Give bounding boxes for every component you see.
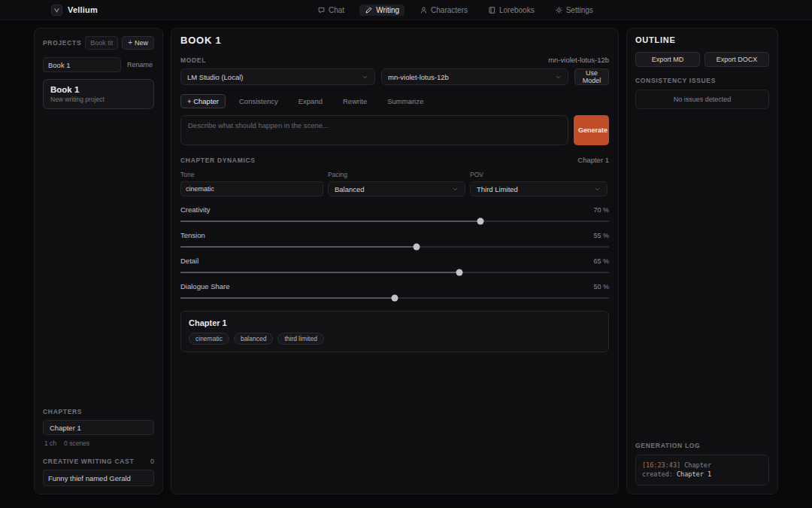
consistency-status: No issues detected: [635, 90, 769, 109]
book-icon: [488, 6, 496, 14]
nav-chat[interactable]: Chat: [312, 5, 350, 16]
top-bar: Vellium Chat Writing Characters Lorebook…: [0, 0, 812, 20]
dialogue-share-slider[interactable]: [180, 297, 609, 299]
pacing-select-value: Balanced: [335, 185, 365, 193]
slider-thumb[interactable]: [392, 295, 398, 302]
nav-chat-label: Chat: [329, 6, 344, 14]
active-model-label: mn-violet-lotus-12b: [548, 56, 609, 64]
page-title: Book 1: [180, 35, 609, 46]
chapter-list-item[interactable]: Chapter 1: [43, 420, 154, 435]
dialogue-share-value: 50 %: [593, 283, 609, 291]
chevron-down-icon: [362, 74, 368, 81]
nav-lorebooks[interactable]: Lorebooks: [483, 5, 540, 16]
projects-heading: Projects: [43, 39, 81, 47]
pacing-field: Pacing Balanced: [328, 171, 465, 196]
model-header-row: Model mn-violet-lotus-12b: [180, 56, 609, 64]
chapter-card-title: Chapter 1: [189, 318, 601, 327]
chapter-count: 1 ch: [44, 440, 56, 447]
brand: Vellium: [51, 5, 98, 16]
rename-button[interactable]: Rename: [126, 61, 154, 68]
log-timestamp: [16:23:43]: [642, 461, 680, 469]
chapter-card[interactable]: Chapter 1 cinematic balanced third limit…: [180, 311, 609, 352]
generation-log-heading: Generation Log: [635, 442, 700, 449]
prompt-row: Generate: [180, 115, 609, 145]
chat-icon: [317, 6, 326, 14]
slider-thumb[interactable]: [456, 269, 462, 276]
pacing-select[interactable]: Balanced: [328, 181, 465, 196]
sidebar-bottom: Chapters Chapter 1 1 ch 0 scenes Creativ…: [43, 407, 154, 486]
export-row: Export MD Export DOCX: [635, 52, 769, 67]
creativity-slider-block: Creativity 70 %: [180, 205, 609, 222]
tone-field: Tone: [180, 171, 323, 196]
nav-characters[interactable]: Characters: [414, 5, 473, 16]
right-sidebar: Outline Export MD Export DOCX Consistenc…: [626, 28, 778, 494]
dialogue-share-slider-block: Dialogue Share 50 %: [180, 282, 609, 299]
tab-consistency[interactable]: Consistency: [232, 94, 285, 108]
tone-label: Tone: [180, 171, 323, 178]
dynamics-fields-row: Tone Pacing Balanced POV Third Limited: [180, 171, 609, 196]
project-card[interactable]: Book 1 New writing project: [43, 79, 154, 109]
nav-settings-label: Settings: [566, 6, 593, 14]
left-sidebar: Projects New Rename Book 1 New writing p…: [34, 28, 163, 494]
export-md-button[interactable]: Export MD: [635, 52, 700, 67]
action-tab-row: + Chapter Consistency Expand Rewrite Sum…: [180, 94, 609, 108]
chapter-meta: 1 ch 0 scenes: [43, 440, 154, 447]
dynamics-chapter-ref: Chapter 1: [577, 156, 609, 164]
project-name-input[interactable]: [43, 57, 121, 72]
generation-log-box: [16:23:43]Chapter created:Chapter 1: [635, 455, 769, 486]
consistency-heading: Consistency Issues: [635, 77, 769, 84]
tab-expand[interactable]: Expand: [292, 94, 329, 108]
outline-heading: Outline: [635, 35, 769, 44]
slider-thumb[interactable]: [477, 218, 484, 225]
brand-name: Vellium: [68, 5, 98, 14]
pacing-label: Pacing: [328, 171, 465, 178]
tab-chapter[interactable]: + Chapter: [180, 94, 226, 108]
nav-characters-label: Characters: [431, 6, 468, 14]
scene-prompt-input[interactable]: [180, 115, 568, 145]
nav-settings[interactable]: Settings: [550, 5, 598, 16]
export-docx-button[interactable]: Export DOCX: [704, 52, 769, 67]
nav-lorebooks-label: Lorebooks: [499, 6, 535, 14]
tone-input[interactable]: [180, 181, 323, 196]
chevron-down-icon: [452, 186, 459, 193]
provider-select-value: LM Studio (Local): [187, 73, 243, 81]
detail-slider[interactable]: [180, 272, 609, 273]
tension-slider[interactable]: [180, 246, 609, 248]
detail-slider-block: Detail 65 %: [180, 257, 609, 273]
log-target: Chapter 1: [677, 470, 711, 478]
chevron-down-icon: [594, 186, 601, 193]
project-card-title: Book 1: [50, 85, 147, 94]
detail-label: Detail: [180, 257, 198, 265]
model-select-row: LM Studio (Local) mn-violet-lotus-12b Us…: [180, 68, 609, 85]
tension-slider-block: Tension 55 %: [180, 231, 609, 248]
tab-rewrite[interactable]: Rewrite: [336, 94, 374, 108]
tag-pov: third limited: [277, 333, 323, 345]
dialogue-share-label: Dialogue Share: [180, 282, 230, 291]
tag-tone: cinematic: [189, 333, 229, 345]
nav-writing[interactable]: Writing: [359, 5, 404, 16]
main-nav: Chat Writing Characters Lorebooks Settin…: [312, 0, 598, 20]
vellium-logo: [51, 5, 62, 16]
model-select[interactable]: mn-violet-lotus-12b: [381, 68, 568, 85]
cast-input[interactable]: [43, 470, 154, 486]
use-model-button[interactable]: Use Model: [574, 68, 609, 85]
model-heading: Model: [180, 56, 206, 64]
scene-count: 0 scenes: [64, 440, 89, 447]
project-card-subtitle: New writing project: [50, 96, 147, 103]
book-title-input[interactable]: [85, 36, 118, 50]
generate-button[interactable]: Generate: [574, 115, 609, 145]
tab-summarize[interactable]: Summarize: [380, 94, 430, 108]
pencil-icon: [365, 6, 373, 14]
chapters-heading: Chapters: [43, 408, 82, 415]
pov-field: POV Third Limited: [470, 171, 607, 196]
workspace: Projects New Rename Book 1 New writing p…: [0, 20, 812, 508]
creativity-label: Creativity: [180, 205, 211, 214]
slider-thumb[interactable]: [413, 244, 420, 251]
nav-writing-label: Writing: [376, 6, 399, 14]
dynamics-header-row: Chapter Dynamics Chapter 1: [180, 156, 609, 164]
new-project-button[interactable]: New: [122, 36, 154, 50]
creativity-slider[interactable]: [180, 221, 609, 222]
pov-select[interactable]: Third Limited: [470, 181, 607, 196]
provider-select[interactable]: LM Studio (Local): [180, 68, 375, 85]
creativity-value: 70 %: [593, 206, 609, 214]
